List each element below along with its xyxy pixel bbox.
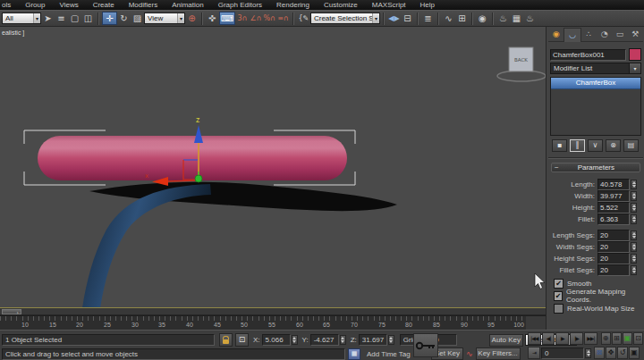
key-mode-toggle-icon[interactable]: ⇥	[528, 347, 540, 359]
align-icon[interactable]: ⊟	[401, 12, 414, 25]
schematic-view-icon[interactable]: ⊞	[455, 12, 469, 25]
reference-coordinate-dropdown[interactable]: View ▾	[144, 13, 185, 24]
show-end-result-icon[interactable]: ‖	[570, 139, 585, 152]
render-setup-icon[interactable]: ♨	[496, 12, 510, 25]
make-unique-icon[interactable]: ∨	[588, 139, 603, 152]
length-field[interactable]: 40.578	[597, 179, 630, 190]
gizmo-z-arrowhead[interactable]	[194, 125, 203, 143]
spinner[interactable]	[292, 335, 298, 345]
pin-stack-icon[interactable]: ▪	[552, 139, 567, 152]
menu-maxscript[interactable]: MAXScript	[365, 1, 413, 9]
modifier-stack[interactable]: ChamferBox	[550, 77, 641, 136]
select-object-icon[interactable]: ➤	[41, 12, 55, 25]
menu-animation[interactable]: Animation	[165, 1, 211, 9]
modifier-stack-item-chamferbox[interactable]: ChamferBox	[551, 78, 640, 89]
spinner[interactable]	[631, 191, 637, 201]
selection-lock-icon[interactable]	[219, 333, 233, 347]
keyboard-override-icon[interactable]: ⌨	[219, 12, 235, 25]
window-crossing-icon[interactable]: ◫	[81, 12, 95, 25]
motion-tab-icon[interactable]: ◔	[597, 28, 612, 42]
modify-tab-icon[interactable]: ◡	[564, 28, 580, 42]
time-slider-track[interactable]: ›	[0, 308, 546, 315]
time-tag-icon[interactable]: ▦	[348, 348, 360, 360]
spinner[interactable]	[631, 265, 637, 275]
play-button[interactable]: ▶	[555, 332, 569, 345]
select-rotate-icon[interactable]: ↻	[117, 12, 131, 25]
spinner[interactable]	[631, 254, 637, 264]
maximize-viewport-icon[interactable]: ▣	[629, 347, 640, 359]
gizmo-center-handle[interactable]	[195, 175, 202, 182]
menu-group[interactable]: Group	[18, 1, 52, 9]
spinner[interactable]	[631, 242, 637, 252]
create-tab-icon[interactable]: ◉	[548, 28, 564, 42]
fillet-segs-field[interactable]: 20	[597, 264, 630, 276]
spinner[interactable]	[631, 180, 637, 189]
zoom-icon[interactable]: ⊕	[601, 332, 611, 345]
named-selection-set-dropdown[interactable]: Create Selection Se ▾	[310, 13, 380, 24]
time-slider-handle[interactable]: ›	[2, 309, 21, 314]
menu-graph-editors[interactable]: Graph Editors	[211, 1, 269, 9]
use-pivot-center-icon[interactable]: ⊕	[185, 12, 199, 25]
zoom-all-icon[interactable]: ⊞	[612, 332, 622, 345]
spinner[interactable]	[585, 348, 591, 358]
rendered-frame-icon[interactable]: ▦	[510, 12, 523, 25]
smooth-checkbox[interactable]: ✔	[554, 279, 564, 289]
zoom-extents-all-icon[interactable]: ⊡	[633, 332, 643, 345]
menu-rendering[interactable]: Rendering	[269, 1, 317, 9]
pan-view-icon[interactable]: ✥	[606, 347, 616, 359]
layer-manager-icon[interactable]: ≣	[421, 12, 435, 25]
viewcube[interactable]: BACK	[497, 47, 546, 81]
display-tab-icon[interactable]: ▭	[612, 28, 627, 42]
render-production-icon[interactable]: ♨	[523, 12, 537, 25]
chamferbox-object[interactable]	[38, 136, 347, 180]
width-segs-field[interactable]: 20	[597, 241, 630, 253]
hierarchy-tab-icon[interactable]: ∴	[581, 28, 597, 42]
modifier-list-dropdown[interactable]: Modifier List ▾	[550, 63, 641, 74]
select-by-name-icon[interactable]: ≡	[55, 12, 68, 25]
go-to-end-button[interactable]: ▶▶|	[584, 332, 597, 345]
menu-help[interactable]: Help	[413, 1, 442, 9]
gizmo-x-axis[interactable]	[168, 180, 197, 181]
auto-key-button[interactable]: Auto Key	[489, 334, 523, 347]
angle-snap-icon[interactable]: ∠∩	[249, 12, 262, 25]
material-editor-icon[interactable]: ◉	[476, 12, 489, 25]
percent-snap-icon[interactable]: %∩	[262, 12, 275, 25]
menu-modifiers[interactable]: Modifiers	[122, 1, 165, 9]
previous-frame-button[interactable]: ◀|	[542, 332, 555, 345]
generate-mapping-checkbox[interactable]: ✔	[554, 291, 563, 301]
y-coord-field[interactable]: -4.627	[310, 334, 339, 346]
perspective-viewport[interactable]: ealistic ]	[0, 27, 546, 308]
menu-tools[interactable]: ols	[0, 1, 18, 9]
absolute-mode-icon[interactable]: ⊡	[235, 333, 249, 347]
spinner[interactable]	[631, 230, 637, 240]
named-selection-sets-icon[interactable]: {✎	[297, 12, 310, 25]
go-to-start-button[interactable]: |◀◀	[528, 332, 541, 345]
default-tangents-icon[interactable]: ∿	[466, 349, 473, 358]
set-key-mode-toggle[interactable]	[413, 333, 438, 357]
menu-customize[interactable]: Customize	[317, 1, 365, 9]
select-scale-icon[interactable]: ▨	[131, 12, 144, 25]
remove-modifier-icon[interactable]: ⊗	[606, 139, 621, 152]
width-field[interactable]: 39.977	[597, 190, 630, 202]
next-frame-button[interactable]: |▶	[570, 332, 583, 345]
utilities-tab-icon[interactable]: ⚒	[628, 28, 643, 42]
zoom-region-icon[interactable]: ⊠	[594, 347, 605, 359]
menu-create[interactable]: Create	[86, 1, 122, 9]
height-field[interactable]: 5.522	[597, 202, 630, 213]
rect-region-icon[interactable]: ▢	[68, 12, 81, 25]
length-segs-field[interactable]: 20	[597, 230, 630, 241]
track-bar[interactable]: 10 15 20 25 30 35 40 45 50 55 60 65 70 7…	[0, 315, 546, 330]
selection-filter-dropdown[interactable]: All ▾	[2, 13, 41, 24]
viewcube-compass-ring[interactable]	[497, 71, 546, 81]
viewport-shading-label[interactable]: ealistic ]	[2, 29, 24, 36]
x-coord-field[interactable]: 5.066	[262, 334, 291, 346]
configure-modifier-sets-icon[interactable]: ▤	[623, 139, 639, 152]
mirror-icon[interactable]: ◀▶	[387, 12, 401, 25]
key-filters-button[interactable]: Key Filters...	[476, 347, 521, 360]
height-segs-field[interactable]: 20	[597, 253, 630, 264]
spinner[interactable]	[340, 335, 346, 345]
spinner[interactable]	[388, 335, 394, 345]
spinner[interactable]	[631, 203, 637, 213]
orbit-icon[interactable]: ↺	[617, 347, 628, 359]
spinner-snap-icon[interactable]: ≡∩	[276, 12, 290, 25]
